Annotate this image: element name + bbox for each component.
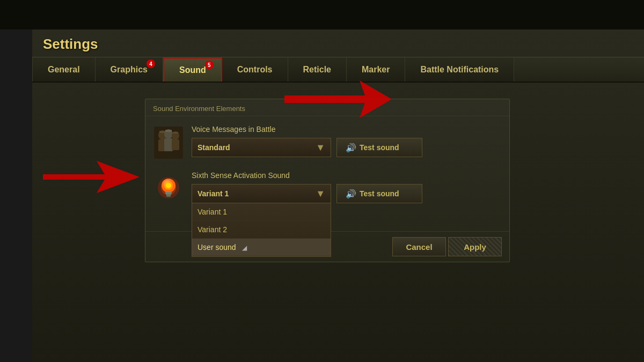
svg-rect-8: [165, 130, 172, 132]
voice-messages-section: Voice Messages in Battle Standard ▼ 🔊 Te…: [153, 125, 502, 160]
voice-messages-controls: Voice Messages in Battle Standard ▼ 🔊 Te…: [192, 125, 502, 157]
top-overlay: [0, 0, 644, 29]
sixth-sense-label: Sixth Sense Activation Sound: [192, 171, 502, 180]
soldiers-icon-container: [153, 125, 184, 160]
big-arrow-annotation: [43, 158, 140, 198]
sixth-sense-dropdown[interactable]: Variant 1 ▼: [192, 184, 331, 203]
graphics-badge: 4: [147, 60, 155, 68]
dropdown-arrow-icon: ▼: [316, 142, 325, 153]
sixth-sense-section: Sixth Sense Activation Sound Variant 1 ▼: [153, 171, 502, 206]
bulb-icon-container: [153, 171, 184, 206]
svg-point-17: [166, 183, 171, 188]
voice-messages-control-row: Standard ▼ 🔊 Test sound: [192, 138, 502, 157]
panel-title: Sound Environment Elements: [145, 99, 509, 116]
svg-rect-10: [172, 139, 179, 150]
sixth-sense-test-sound-button[interactable]: 🔊 Test sound: [336, 184, 422, 203]
tab-marker[interactable]: Marker: [347, 57, 405, 82]
sixth-sense-controls: Sixth Sense Activation Sound Variant 1 ▼: [192, 171, 502, 203]
sound-badge: 5: [205, 61, 214, 69]
svg-rect-7: [164, 138, 173, 151]
sixth-sense-dropdown-menu: Variant 1 Variant 2 User sound ◢: [192, 203, 331, 257]
voice-messages-dropdown[interactable]: Standard ▼: [192, 138, 331, 157]
tab-sound[interactable]: Sound 5: [163, 57, 222, 82]
sixth-sense-control-row: Variant 1 ▼ Variant 1 Variant 2: [192, 184, 502, 203]
dropdown-option-variant1[interactable]: Variant 1: [192, 203, 331, 221]
tab-bar: General Graphics 4 Sound 5 Controls Reti…: [32, 57, 644, 83]
panel-content: Voice Messages in Battle Standard ▼ 🔊 Te…: [145, 116, 509, 226]
svg-rect-19: [166, 194, 171, 195]
soldiers-icon: [154, 127, 183, 159]
settings-panel: Settings General Graphics 4 Sound 5 Cont…: [32, 29, 644, 362]
tab-general[interactable]: General: [32, 57, 96, 82]
tab-reticle[interactable]: Reticle: [288, 57, 347, 82]
dropdown-option-user-sound[interactable]: User sound ◢: [192, 239, 331, 256]
dropdown-option-variant2[interactable]: Variant 2: [192, 221, 331, 239]
sixth-sense-dropdown-arrow-icon: ▼: [316, 188, 325, 200]
tab-battle-notifications[interactable]: Battle Notifications: [405, 57, 514, 82]
apply-button[interactable]: Apply: [448, 237, 502, 256]
speaker-icon: 🔊: [346, 143, 356, 153]
svg-rect-20: [166, 195, 171, 197]
voice-test-sound-button[interactable]: 🔊 Test sound: [336, 138, 422, 157]
svg-marker-1: [43, 161, 140, 193]
bulb-icon: [157, 174, 180, 204]
sixth-sense-dropdown-wrapper: Variant 1 ▼ Variant 1 Variant 2: [192, 184, 331, 203]
sound-panel: Sound Environment Elements: [145, 99, 510, 262]
sixth-sense-speaker-icon: 🔊: [346, 189, 356, 199]
tab-controls[interactable]: Controls: [222, 57, 288, 82]
voice-messages-label: Voice Messages in Battle: [192, 125, 502, 134]
settings-title: Settings: [32, 29, 644, 57]
cancel-button[interactable]: Cancel: [392, 237, 446, 256]
tab-graphics[interactable]: Graphics 4: [96, 57, 163, 82]
cursor-indicator: ◢: [242, 244, 247, 252]
svg-rect-11: [173, 132, 178, 134]
content-area: Sound Environment Elements: [32, 83, 644, 273]
